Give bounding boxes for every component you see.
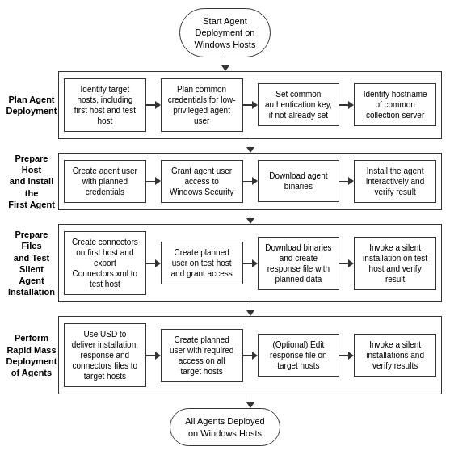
section-label-rapid: PerformRapid MassDeploymentof Agents: [8, 316, 58, 394]
section-label-prepare-host: Prepare Hostand Install theFirst Agent: [8, 153, 58, 210]
step-ph-2: Grant agent useraccess toWindows Securit…: [161, 160, 243, 203]
section-box-rapid: Use USD todeliver installation,response …: [58, 316, 442, 394]
steps-row-prepare-host: Create agent userwith plannedcredentials…: [64, 160, 436, 203]
arrow-pf-3: [339, 259, 354, 267]
step-rd-3: (Optional) Editresponse file ontarget ho…: [258, 334, 340, 377]
step-plan-2: Plan commoncredentials for low-privilege…: [161, 78, 243, 132]
arrow-plan-2: [243, 101, 258, 109]
step-rd-4: Invoke a silentinstallations andverify r…: [354, 334, 436, 377]
arrow-pf-1: [146, 259, 161, 267]
arrow-to-plan: [221, 57, 229, 71]
arrow-ph-2: [243, 177, 258, 185]
arrow-plan-3: [339, 101, 354, 109]
section-label-prepare-files: Prepare Filesand TestSilent AgentInstall…: [8, 224, 58, 302]
section-plan: Plan AgentDeployment Identify targethost…: [8, 71, 442, 139]
arrow-to-end: [8, 394, 442, 408]
step-ph-3: Download agentbinaries: [258, 160, 340, 202]
step-pf-3: Download binariesand createresponse file…: [258, 237, 340, 290]
arrow-pf-2: [243, 259, 258, 267]
arrow-to-files: [8, 210, 442, 224]
diagram: Start Agent Deployment on Windows Hosts …: [8, 8, 442, 446]
step-pf-1: Create connectorson first host andexport…: [64, 231, 146, 295]
arrow-ph-3: [339, 177, 354, 185]
step-plan-1: Identify targethosts, includingfirst hos…: [64, 78, 146, 132]
arrow-to-prepare: [8, 139, 442, 153]
end-oval: All Agents Deployed on Windows Hosts: [170, 408, 280, 446]
step-plan-3: Set commonauthentication key,if not alre…: [258, 83, 340, 126]
section-prepare-host: Prepare Hostand Install theFirst Agent C…: [8, 153, 442, 210]
step-pf-4: Invoke a silentinstallation on testhost …: [354, 237, 436, 290]
step-ph-4: Install the agentinteractively andverify…: [354, 160, 436, 203]
arrow-rd-1: [146, 352, 161, 360]
steps-row-plan: Identify targethosts, includingfirst hos…: [64, 78, 436, 132]
arrow-ph-1: [146, 177, 161, 185]
arrow-plan-1: [146, 101, 161, 109]
arrow-rd-2: [243, 352, 258, 360]
steps-row-rapid: Use USD todeliver installation,response …: [64, 323, 436, 387]
steps-row-prepare-files: Create connectorson first host andexport…: [64, 231, 436, 295]
step-rd-2: Create planneduser with requiredaccess o…: [161, 329, 243, 382]
section-rapid: PerformRapid MassDeploymentof Agents Use…: [8, 316, 442, 394]
section-label-plan: Plan AgentDeployment: [8, 71, 58, 139]
section-box-prepare-files: Create connectorson first host andexport…: [58, 224, 442, 302]
section-box-plan: Identify targethosts, includingfirst hos…: [58, 71, 442, 139]
arrow-rd-3: [339, 352, 354, 360]
section-box-prepare-host: Create agent userwith plannedcredentials…: [58, 153, 442, 210]
step-ph-1: Create agent userwith plannedcredentials: [64, 160, 146, 203]
step-pf-2: Create planneduser on test hostand grant…: [161, 242, 243, 284]
section-prepare-files: Prepare Filesand TestSilent AgentInstall…: [8, 224, 442, 302]
step-plan-4: Identify hostnameof commoncollection ser…: [354, 83, 436, 126]
start-oval: Start Agent Deployment on Windows Hosts: [179, 8, 271, 57]
step-rd-1: Use USD todeliver installation,response …: [64, 323, 146, 387]
arrow-to-rapid: [8, 302, 442, 316]
